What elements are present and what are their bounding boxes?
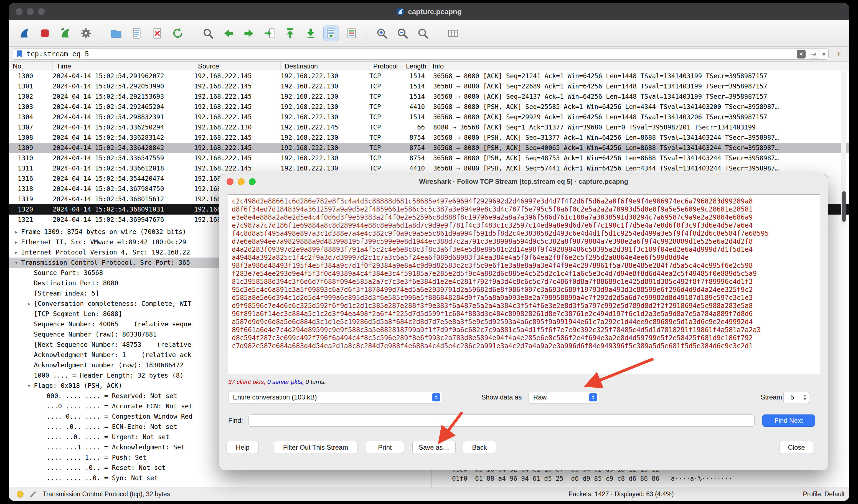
zoom-window-button[interactable] <box>38 8 45 15</box>
help-button[interactable]: Help <box>226 441 259 454</box>
find-packet-icon[interactable] <box>200 26 216 41</box>
auto-scroll-icon[interactable] <box>323 26 339 41</box>
spinner-arrows-icon[interactable]: ▲▼ <box>801 391 809 403</box>
expand-arrow-icon[interactable]: ▸ <box>12 247 21 258</box>
column-destination[interactable]: Destination <box>281 62 369 71</box>
add-filter-button[interactable]: + <box>832 49 845 60</box>
expand-arrow-icon[interactable]: ▸ <box>25 298 34 309</box>
close-button[interactable]: Close <box>780 441 813 454</box>
show-data-as-label: Show data as <box>481 391 522 403</box>
arrow-spacer <box>25 278 34 288</box>
packet-row[interactable]: 13072024-04-14 15:02:54.336250294192.168… <box>9 122 849 132</box>
close-file-icon[interactable] <box>149 26 165 41</box>
save-as-button[interactable]: Save as… <box>412 441 456 454</box>
scrollbar-thumb[interactable] <box>842 191 846 222</box>
next-packet-icon[interactable] <box>241 26 257 41</box>
cell-proto: TCP <box>369 92 395 102</box>
packet-row[interactable]: 13082024-04-14 15:02:54.336283142192.168… <box>9 132 849 143</box>
arrow-spacer <box>25 288 34 298</box>
back-button[interactable]: Back <box>463 441 496 454</box>
cell-no: 1316 <box>18 174 51 184</box>
collapse-arrow-icon[interactable]: ▾ <box>25 380 34 391</box>
detail-line[interactable]: .... .... ..0. = Syn: Not set <box>9 473 431 483</box>
expand-arrow-icon[interactable]: ▸ <box>12 237 21 247</box>
zoom-in-icon[interactable] <box>374 26 390 41</box>
packet-row[interactable]: 13102024-04-14 15:02:54.336547559192.168… <box>9 153 849 163</box>
colorize-icon[interactable] <box>344 26 360 41</box>
packet-row[interactable]: 13092024-04-14 15:02:54.336428842192.168… <box>9 143 849 153</box>
packet-row[interactable]: 13112024-04-14 15:02:54.336612018192.168… <box>9 163 849 174</box>
close-window-button[interactable] <box>16 8 23 15</box>
stream-number-spinner[interactable]: 5 ▲▼ <box>783 391 809 403</box>
packet-list-scrollbar[interactable] <box>841 71 846 225</box>
open-file-folder-icon[interactable] <box>108 26 124 41</box>
dialog-close-button[interactable] <box>226 178 234 185</box>
zoom-out-icon[interactable] <box>395 26 410 41</box>
restart-capture-icon[interactable] <box>58 26 73 41</box>
arrow-spacer <box>37 473 47 483</box>
detail-line-text: .... .0.. .... = ECN-Echo: Not set <box>47 422 177 432</box>
packet-row[interactable]: 13002024-04-14 15:02:54.291962072192.168… <box>9 71 849 81</box>
expand-arrow-icon[interactable]: ▸ <box>12 227 21 237</box>
stream-content-area[interactable]: c2c498d2e88661c6d286e782e8f3c4a4d3c88888… <box>228 194 820 374</box>
column-no[interactable]: No. <box>9 62 53 71</box>
cell-no: 1311 <box>18 163 51 174</box>
cell-time: 2024-04-14 15:02:54.292053990 <box>53 81 191 92</box>
display-filter-input[interactable]: tcp.stream eq 5 ✕ ➔ ▾ <box>13 49 829 60</box>
start-capture-icon[interactable] <box>17 26 32 41</box>
filter-text: tcp.stream eq 5 <box>26 50 793 58</box>
go-to-packet-icon[interactable] <box>262 26 277 41</box>
previous-packet-icon[interactable] <box>221 26 236 41</box>
data-format-select[interactable]: Raw <box>528 391 599 403</box>
dialog-zoom-button[interactable] <box>249 178 256 185</box>
apply-filter-icon[interactable]: ➔ <box>809 50 819 59</box>
minimize-window-button[interactable] <box>27 8 34 15</box>
column-source[interactable]: Source <box>194 62 281 71</box>
status-selected-field: Transmission Control Protocol (tcp), 32 … <box>43 487 170 501</box>
filter-out-stream-button[interactable]: Filter Out This Stream <box>274 441 358 454</box>
svg-text:1:1: 1:1 <box>420 31 426 35</box>
last-packet-icon[interactable] <box>303 26 318 41</box>
cell-time: 2024-04-14 15:02:54.291962072 <box>53 71 191 81</box>
resize-columns-icon[interactable] <box>445 26 461 41</box>
column-protocol[interactable]: Protocol <box>369 62 402 71</box>
expert-info-icon[interactable] <box>17 491 23 498</box>
find-input[interactable] <box>249 414 754 427</box>
print-button[interactable]: Print <box>366 441 404 454</box>
cell-proto: TCP <box>369 153 395 163</box>
filter-history-chevron-icon[interactable]: ▾ <box>822 50 826 58</box>
window-title: capture.pcapng <box>396 7 462 16</box>
packet-row[interactable]: 13032024-04-14 15:02:54.292465204192.168… <box>9 102 849 112</box>
packet-row[interactable]: 13022024-04-14 15:02:54.292153693192.168… <box>9 92 849 102</box>
packet-row[interactable]: 13042024-04-14 15:02:54.298832391192.168… <box>9 112 849 122</box>
first-packet-icon[interactable] <box>282 26 298 41</box>
conversation-select[interactable]: Entire conversation (103 kB) <box>228 391 442 403</box>
reload-icon[interactable] <box>170 26 186 41</box>
cell-dst: 192.168.222.130 <box>281 112 367 122</box>
capture-comment-pencil-icon[interactable] <box>29 490 37 498</box>
cell-len: 4410 <box>395 102 425 112</box>
status-profile[interactable]: Profile: Default <box>803 487 845 501</box>
column-time[interactable]: Time <box>53 62 194 71</box>
column-info[interactable]: Info <box>429 62 849 71</box>
stop-capture-icon[interactable] <box>37 26 53 41</box>
cell-no: 1319 <box>18 194 51 204</box>
cell-time: 2024-04-14 15:02:54.336547559 <box>53 153 191 163</box>
column-length[interactable]: Length <box>402 62 429 71</box>
dialog-minimize-button[interactable] <box>238 178 244 185</box>
detail-line-text: Frame 1309: 8754 bytes on wire (70032 bi… <box>21 227 186 237</box>
cell-src: 192.168.222.145 <box>194 163 279 174</box>
zoom-reset-icon[interactable]: 1:1 <box>415 26 431 41</box>
find-next-button[interactable]: Find Next <box>762 414 815 427</box>
cell-no: 1304 <box>18 112 51 122</box>
cell-src: 192.168.222.145 <box>194 92 279 102</box>
collapse-arrow-icon[interactable]: ▾ <box>12 258 21 268</box>
packet-row[interactable]: 13012024-04-14 15:02:54.292053990192.168… <box>9 81 849 92</box>
clear-filter-icon[interactable]: ✕ <box>797 50 806 59</box>
save-file-icon[interactable] <box>129 26 144 41</box>
capture-options-gear-icon[interactable] <box>78 26 94 41</box>
filter-bookmark-icon[interactable] <box>16 50 23 58</box>
status-bar: Transmission Control Protocol (tcp), 32 … <box>9 487 849 501</box>
toolbar-separator <box>438 26 438 40</box>
arrow-spacer <box>37 432 47 442</box>
